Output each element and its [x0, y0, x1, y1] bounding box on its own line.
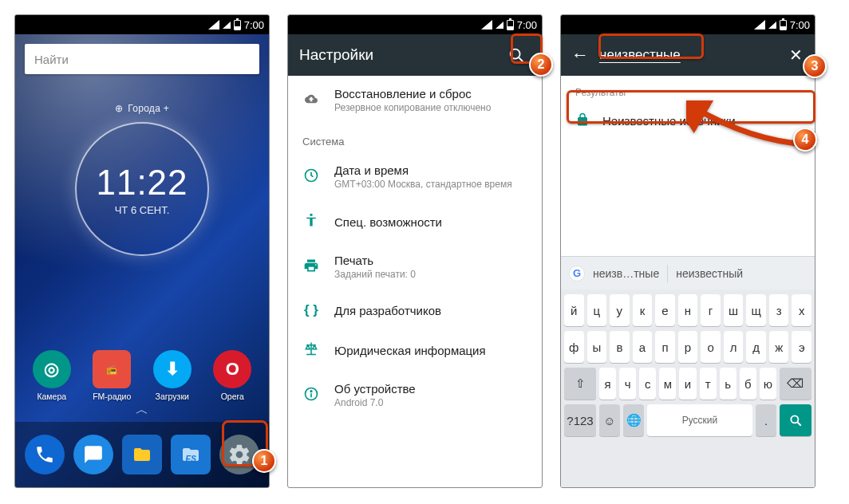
- key-ь[interactable]: ь: [720, 368, 736, 400]
- key-щ[interactable]: щ: [746, 294, 766, 326]
- phone-icon: [34, 444, 55, 465]
- phone-search: 7:00 ← неизвестные ✕ Результаты Неизвест…: [560, 14, 815, 488]
- svg-point-7: [791, 415, 798, 423]
- key-⇧[interactable]: ⇧: [564, 368, 596, 400]
- row-about[interactable]: Об устройствеAndroid 7.0: [288, 371, 542, 419]
- settings-title: Настройки: [299, 46, 373, 64]
- dock-folder[interactable]: [122, 435, 162, 474]
- key-в[interactable]: в: [610, 331, 630, 363]
- wifi-icon: [768, 22, 776, 29]
- key-и[interactable]: и: [679, 368, 696, 400]
- key-п[interactable]: п: [655, 331, 675, 363]
- download-icon: ⬇: [153, 350, 192, 388]
- clock-date: ЧТ 6 СЕНТ.: [115, 204, 170, 216]
- search-button[interactable]: [502, 41, 531, 69]
- key-р[interactable]: р: [678, 331, 698, 363]
- dock: ES: [15, 422, 269, 487]
- key-ж[interactable]: ж: [769, 331, 789, 363]
- step-badge-4: 4: [793, 128, 817, 152]
- key-space[interactable]: Русский: [647, 404, 752, 436]
- key-ц[interactable]: ц: [587, 294, 607, 326]
- key-э[interactable]: э: [792, 331, 811, 363]
- key-у[interactable]: у: [610, 294, 630, 326]
- key-я[interactable]: я: [599, 368, 616, 400]
- dock-es-file[interactable]: ES: [171, 435, 211, 474]
- kb-row-1: йцукенгшщзх: [564, 294, 811, 326]
- phone-settings: 7:00 Настройки Восстановление и сбросРез…: [287, 14, 543, 488]
- svg-point-3: [310, 214, 312, 216]
- search-icon: [788, 413, 803, 427]
- key-т[interactable]: т: [700, 368, 717, 400]
- key-ю[interactable]: ю: [760, 368, 776, 400]
- accessibility-icon: [302, 212, 320, 231]
- key-search[interactable]: [780, 404, 811, 436]
- clock-statusbar: 7:00: [790, 19, 810, 31]
- row-print[interactable]: ПечатьЗаданий печати: 0: [288, 242, 542, 291]
- key-г[interactable]: г: [701, 294, 721, 326]
- key-л[interactable]: л: [724, 331, 744, 363]
- search-input[interactable]: неизвестные: [599, 47, 776, 63]
- app-downloads[interactable]: ⬇ Загрузки: [146, 350, 199, 401]
- app-camera[interactable]: ◎ Камера: [26, 350, 78, 401]
- battery-icon: [234, 20, 241, 30]
- app-opera[interactable]: O Opera: [206, 350, 259, 401]
- clock-widget[interactable]: 11:22 ЧТ 6 СЕНТ.: [75, 122, 209, 256]
- wifi-icon: [223, 22, 231, 29]
- camera-icon: ◎: [33, 350, 71, 388]
- wifi-icon: [496, 22, 503, 29]
- key-е[interactable]: е: [655, 294, 675, 326]
- key-д[interactable]: д: [746, 331, 766, 363]
- keyboard-suggestions: G неизв…тные неизвестный: [561, 256, 815, 289]
- row-backup-reset[interactable]: Восстановление и сбросРезервное копирова…: [288, 76, 542, 124]
- key-м[interactable]: м: [659, 368, 676, 400]
- radio-icon: 📻: [93, 350, 131, 388]
- key-й[interactable]: й: [564, 294, 584, 326]
- key-с[interactable]: с: [639, 368, 656, 400]
- key-ш[interactable]: ш: [724, 294, 744, 326]
- kb-row-2: фывапролджэ: [564, 331, 811, 363]
- battery-icon: [780, 20, 787, 30]
- clock-icon: [302, 167, 320, 187]
- key-к[interactable]: к: [633, 294, 653, 326]
- info-icon: [302, 386, 320, 405]
- key-⌫[interactable]: ⌫: [780, 368, 811, 400]
- key-а[interactable]: а: [633, 331, 653, 363]
- key-з[interactable]: з: [769, 294, 789, 326]
- gear-icon: [227, 443, 251, 467]
- row-accessibility[interactable]: Спец. возможности: [288, 201, 542, 242]
- key-о[interactable]: о: [701, 331, 721, 363]
- clock-statusbar: 7:00: [244, 19, 264, 31]
- svg-line-8: [797, 422, 801, 426]
- app-fm-radio[interactable]: 📻 FM-радио: [85, 350, 138, 401]
- key-ч[interactable]: ч: [619, 368, 636, 400]
- google-icon[interactable]: G: [569, 266, 585, 282]
- search-placeholder: Найти: [34, 53, 69, 66]
- key-б[interactable]: б: [740, 368, 756, 400]
- key-emoji[interactable]: ☺: [599, 404, 620, 436]
- key-ы[interactable]: ы: [587, 331, 607, 363]
- balance-icon: [302, 341, 320, 360]
- dock-phone[interactable]: [25, 435, 65, 474]
- status-bar: 7:00: [561, 15, 815, 34]
- svg-point-6: [310, 390, 312, 392]
- suggestion-1[interactable]: неизв…тные: [593, 267, 659, 280]
- suggestion-2[interactable]: неизвестный: [676, 267, 743, 280]
- clock-time: 11:22: [96, 163, 188, 203]
- key-х[interactable]: х: [792, 294, 811, 326]
- row-legal[interactable]: Юридическая информация: [288, 329, 542, 371]
- dock-messages[interactable]: [73, 435, 113, 474]
- app-drawer-handle[interactable]: ︿: [15, 402, 269, 419]
- key-н[interactable]: н: [678, 294, 698, 326]
- key-numeric[interactable]: ?123: [564, 404, 596, 436]
- phone-home: 7:00 Найти ⊕Города + 11:22 ЧТ 6 СЕНТ. ◎ …: [14, 14, 270, 488]
- search-bar[interactable]: Найти: [25, 44, 259, 74]
- row-developer[interactable]: { } Для разработчиков: [288, 291, 542, 329]
- key-period[interactable]: .: [756, 404, 776, 436]
- key-language[interactable]: 🌐: [623, 404, 644, 436]
- key-ф[interactable]: ф: [564, 331, 584, 363]
- back-button[interactable]: ←: [569, 45, 591, 65]
- row-date-time[interactable]: Дата и времяGMT+03:00 Москва, стандартно…: [288, 152, 542, 201]
- search-icon: [507, 46, 525, 64]
- signal-icon: [481, 20, 492, 30]
- weather-city[interactable]: ⊕Города +: [115, 103, 169, 114]
